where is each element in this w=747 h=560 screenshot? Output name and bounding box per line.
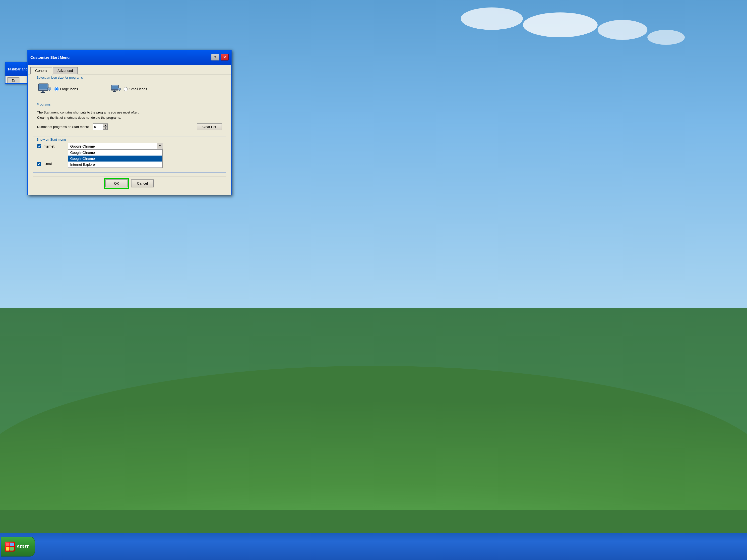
logo-red (6, 542, 9, 546)
dropdown-item-1[interactable]: Google Chrome (68, 150, 162, 156)
tab-general[interactable]: General (30, 67, 52, 74)
svg-rect-15 (119, 90, 120, 90)
dropdown-arrow-icon[interactable]: ▼ (157, 143, 162, 149)
programs-row: Number of programs on Start menu: 6 ▲ ▼ … (37, 124, 222, 130)
svg-rect-4 (41, 92, 45, 93)
number-label: Number of programs on Start menu: (37, 125, 89, 129)
small-icons-radio[interactable] (124, 87, 128, 91)
main-dialog: Customize Start Menu ? ✕ General Advance… (27, 50, 232, 195)
icon-size-row: Large icons (37, 81, 222, 98)
tab-advanced[interactable]: Advanced (53, 67, 78, 74)
logo-blue (10, 542, 14, 546)
internet-dropdown-wrap: Google Chrome ▼ Google Chrome Google Chr… (68, 143, 162, 150)
programs-legend: Programs (35, 103, 52, 106)
internet-checkbox[interactable] (37, 144, 41, 148)
programs-description: The Start menu contains shortcuts to the… (37, 110, 222, 121)
computer-icon-small (110, 85, 121, 94)
start-button-label: start (17, 543, 29, 550)
small-icons-option: Small icons (110, 85, 147, 94)
small-icons-label: Small icons (124, 87, 147, 91)
svg-rect-14 (118, 88, 120, 89)
computer-icon-large (37, 83, 52, 95)
main-dialog-title: Customize Start Menu (30, 55, 210, 59)
email-checkbox[interactable] (37, 162, 41, 166)
clear-list-button[interactable]: Clear List (197, 124, 222, 130)
main-tabs: General Advanced (28, 65, 231, 74)
dropdown-item-2[interactable]: Google Chrome (68, 156, 162, 162)
spinner-down-button[interactable]: ▼ (103, 127, 108, 130)
main-titlebar: Customize Start Menu ? ✕ (28, 50, 231, 65)
show-section: Show on Start menu Internet: Google Chro… (33, 140, 226, 173)
cloud-3 (647, 30, 685, 45)
main-dialog-help-button[interactable]: ? (211, 54, 219, 60)
cloud-1 (598, 20, 647, 40)
cloud-4 (461, 7, 523, 30)
large-icons-option: Large icons (37, 83, 78, 95)
number-of-programs-input[interactable]: 6 (93, 124, 103, 129)
svg-rect-10 (112, 86, 118, 89)
taskbar: start (0, 533, 747, 560)
dialog-footer: OK Cancel (33, 176, 226, 191)
ok-button[interactable]: OK (105, 180, 128, 187)
svg-rect-3 (42, 90, 44, 92)
desktop: Taskbar and Start Menu Properties ? ✕ Ta… (0, 0, 747, 560)
cloud-2 (523, 12, 598, 37)
internet-dropdown[interactable]: Google Chrome ▼ (68, 143, 162, 150)
svg-rect-12 (113, 91, 116, 92)
internet-dropdown-list: Google Chrome Google Chrome Internet Exp… (68, 150, 162, 168)
number-input-wrap: 6 ▲ ▼ (93, 124, 108, 130)
logo-green (10, 547, 14, 551)
logo-yellow (6, 547, 9, 551)
dropdown-item-3[interactable]: Internet Explorer (68, 162, 162, 167)
icon-size-legend: Select an icon size for programs (35, 76, 84, 79)
svg-rect-11 (114, 90, 115, 91)
start-button-logo (5, 541, 15, 552)
svg-rect-2 (39, 84, 48, 89)
internet-row: Internet: Google Chrome ▼ Google Chrome (37, 143, 222, 150)
large-icons-radio[interactable] (54, 87, 58, 91)
spinner-up-button[interactable]: ▲ (103, 124, 108, 127)
cancel-button[interactable]: Cancel (131, 180, 154, 187)
large-icons-label: Large icons (54, 87, 78, 91)
main-dialog-close-button[interactable]: ✕ (221, 54, 229, 60)
icon-size-section: Select an icon size for programs (33, 78, 226, 101)
show-section-legend: Show on Start menu (35, 138, 67, 141)
svg-rect-7 (49, 90, 50, 90)
email-label: E-mail: (37, 162, 65, 166)
bg-dialog-tab[interactable]: Ta (7, 77, 20, 83)
internet-label: Internet: (37, 144, 65, 148)
start-button[interactable]: start (1, 537, 35, 557)
programs-section: Programs The Start menu contains shortcu… (33, 105, 226, 136)
spinner-buttons: ▲ ▼ (103, 124, 108, 130)
dialog-body: Select an icon size for programs (28, 74, 231, 195)
svg-rect-6 (48, 88, 51, 89)
